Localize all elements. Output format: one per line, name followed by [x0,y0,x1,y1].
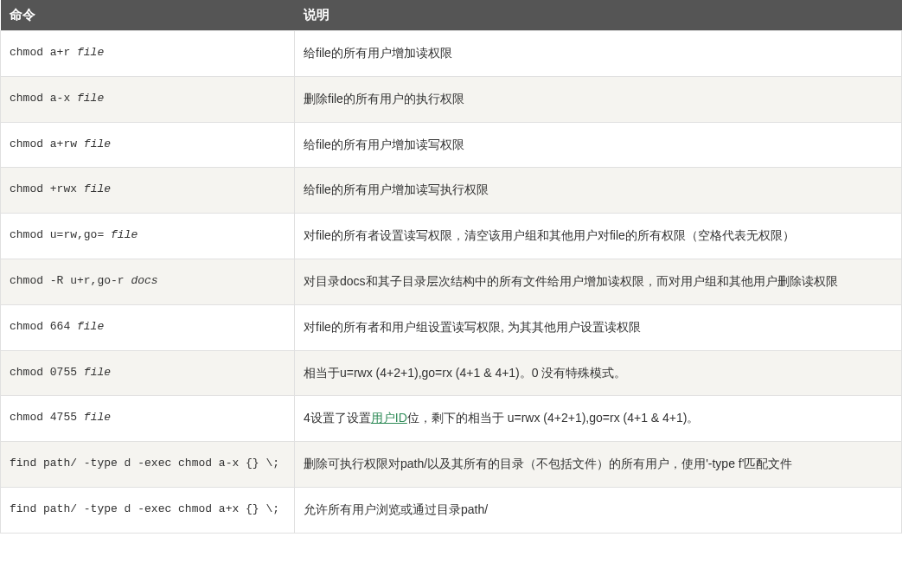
description-text: 给file的所有用户增加读权限 [304,46,452,60]
command-cell: find path/ -type d -exec chmod a+x {} \; [1,487,295,533]
description-cell: 对目录docs和其子目录层次结构中的所有文件给用户增加读权限，而对用户组和其他用… [295,259,902,304]
table-row: chmod u=rw,go= file对file的所有者设置读写权限，清空该用户… [1,214,902,259]
command-cell: chmod -R u+r,go-r docs [1,259,295,304]
description-cell: 给file的所有用户增加读写执行权限 [295,168,902,214]
description-text: 删除file的所有用户的执行权限 [304,92,464,105]
command-prefix: chmod -R u+r,go-r [10,274,131,287]
description-text: 给file的所有用户增加读写执行权限 [304,182,489,196]
description-cell: 允许所有用户浏览或通过目录path/ [295,487,902,533]
chmod-reference-table: 命令 说明 chmod a+r file给file的所有用户增加读权限chmod… [0,0,902,534]
table-header-row: 命令 说明 [1,0,902,31]
command-prefix: chmod 664 [10,320,77,333]
header-command: 命令 [1,0,295,31]
description-text: 对file的所有者和用户组设置读写权限, 为其其他用户设置读权限 [304,320,641,334]
command-argument: file [77,320,104,333]
description-text: 给file的所有用户增加读写权限 [304,137,464,151]
description-link[interactable]: 用户ID [371,411,407,425]
command-argument: file [84,366,111,379]
description-cell: 删除file的所有用户的执行权限 [295,76,902,122]
table-row: chmod 4755 file4设置了设置用户ID位，剩下的相当于 u=rwx … [1,396,902,442]
command-cell: chmod a-x file [1,76,295,122]
description-text: 删除可执行权限对path/以及其所有的目录（不包括文件）的所有用户，使用'-ty… [304,457,792,470]
table-row: find path/ -type d -exec chmod a-x {} \;… [1,442,902,488]
command-cell: chmod 4755 file [1,396,295,442]
table-row: chmod a+r file给file的所有用户增加读权限 [1,31,902,77]
command-argument: file [77,46,104,59]
command-cell: chmod 0755 file [1,350,295,396]
command-prefix: chmod a+r [10,46,77,59]
command-prefix: chmod u=rw,go= [10,228,111,241]
command-cell: chmod +rwx file [1,168,295,214]
table-row: chmod +rwx file给file的所有用户增加读写执行权限 [1,168,902,214]
command-argument: file [111,228,138,241]
command-argument: file [84,137,111,150]
command-prefix: chmod 0755 [10,366,84,379]
command-cell: chmod u=rw,go= file [1,214,295,259]
command-cell: chmod a+r file [1,31,295,77]
command-cell: chmod 664 file [1,304,295,350]
description-text-after: 位，剩下的相当于 u=rwx (4+2+1),go=rx (4+1 & 4+1)… [407,411,700,425]
description-cell: 给file的所有用户增加读权限 [295,31,902,77]
description-cell: 删除可执行权限对path/以及其所有的目录（不包括文件）的所有用户，使用'-ty… [295,442,902,488]
command-argument: file [84,411,111,424]
table-row: chmod -R u+r,go-r docs对目录docs和其子目录层次结构中的… [1,259,902,304]
description-text: 对file的所有者设置读写权限，清空该用户组和其他用户对file的所有权限（空格… [304,228,795,242]
command-argument: file [77,92,104,105]
table-row: chmod 664 file对file的所有者和用户组设置读写权限, 为其其他用… [1,304,902,350]
table-row: chmod a-x file删除file的所有用户的执行权限 [1,76,902,122]
description-text: 对目录docs和其子目录层次结构中的所有文件给用户增加读权限，而对用户组和其他用… [304,274,838,288]
command-argument: file [84,182,111,195]
command-prefix: chmod a+rw [10,137,84,150]
description-text: 允许所有用户浏览或通过目录path/ [304,502,488,516]
description-cell: 对file的所有者和用户组设置读写权限, 为其其他用户设置读权限 [295,304,902,350]
command-cell: chmod a+rw file [1,122,295,168]
table-row: chmod a+rw file给file的所有用户增加读写权限 [1,122,902,168]
command-prefix: chmod +rwx [10,182,84,195]
table-row: find path/ -type d -exec chmod a+x {} \;… [1,487,902,533]
command-prefix: find path/ -type d -exec chmod a-x {} \; [10,457,279,470]
description-cell: 相当于u=rwx (4+2+1),go=rx (4+1 & 4+1)。0 没有特… [295,350,902,396]
command-argument: docs [131,274,157,287]
description-cell: 给file的所有用户增加读写权限 [295,122,902,168]
description-cell: 4设置了设置用户ID位，剩下的相当于 u=rwx (4+2+1),go=rx (… [295,396,902,442]
command-prefix: chmod a-x [10,92,77,105]
command-prefix: find path/ -type d -exec chmod a+x {} \; [10,502,279,515]
description-text: 4设置了设置 [304,411,371,425]
command-prefix: chmod 4755 [10,411,84,424]
header-description: 说明 [295,0,902,31]
command-cell: find path/ -type d -exec chmod a-x {} \; [1,442,295,488]
table-row: chmod 0755 file相当于u=rwx (4+2+1),go=rx (4… [1,350,902,396]
description-cell: 对file的所有者设置读写权限，清空该用户组和其他用户对file的所有权限（空格… [295,214,902,259]
description-text: 相当于u=rwx (4+2+1),go=rx (4+1 & 4+1)。0 没有特… [304,366,626,380]
